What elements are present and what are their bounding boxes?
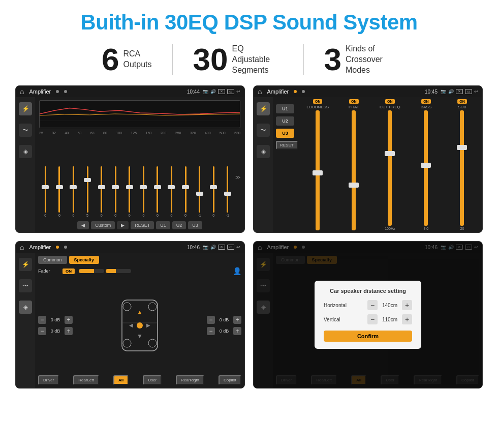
cross-phat-thumb[interactable] [349,183,359,188]
fader-rr-plus[interactable]: + [233,327,241,335]
eq-slider-2[interactable]: 0 [53,166,66,217]
fader-side-speaker-icon[interactable]: ◈ [19,301,32,314]
cross-loudness-slider[interactable] [316,110,320,230]
eq-back-icon[interactable]: ↩ [236,89,240,94]
cross-cutfreq-thumb[interactable] [385,151,395,156]
eq-thumb-3[interactable] [70,185,77,189]
fader-rearleft-button[interactable]: RearLeft [73,375,99,385]
eq-slider-12[interactable]: -1 [193,166,206,217]
fader-rearright-button[interactable]: RearRight [176,375,204,385]
fader-tab-common[interactable]: Common [38,256,67,264]
eq-thumb-11[interactable] [182,185,189,189]
eq-slider-14[interactable]: -1 [222,166,234,217]
dialog-vertical-minus[interactable]: − [367,314,378,324]
cross-sub-on[interactable]: ON [457,99,467,104]
cross-channels-area: ON LOUDNESS ON PHAT [301,99,479,230]
cross-u1-button[interactable]: U1 [276,104,294,113]
fader-fr-minus[interactable]: − [207,316,215,324]
eq-slider-3[interactable]: 0 [67,166,80,217]
cross-bass-on[interactable]: ON [421,99,431,104]
dialog-vertical-plus[interactable]: + [402,314,412,324]
fader-home-icon[interactable]: ⌂ [20,243,24,251]
cross-u2-button[interactable]: U2 [276,116,294,126]
eq-thumb-4[interactable] [84,178,91,182]
eq-u1-button[interactable]: U1 [156,221,170,229]
cross-home-icon[interactable]: ⌂ [258,87,262,96]
eq-thumb-13[interactable] [210,185,217,189]
fader-fl-plus[interactable]: + [65,316,73,324]
eq-thumb-7[interactable] [126,185,133,189]
cross-bass-thumb[interactable] [421,163,431,168]
cross-status-icons: 📷 🔊 ✕ ▭ ↩ [441,89,478,94]
fader-side-filter-icon[interactable]: ⚡ [19,258,32,271]
eq-thumb-1[interactable] [42,185,49,189]
eq-slider-8[interactable]: 0 [137,166,150,217]
fader-slider-h1[interactable] [79,269,104,273]
eq-slider-6[interactable]: 0 [109,166,122,217]
fader-rl-plus[interactable]: + [65,327,73,335]
fader-user-button[interactable]: User [143,375,162,385]
eq-home-icon[interactable]: ⌂ [20,87,24,96]
fader-driver-button[interactable]: Driver [38,375,59,385]
eq-slider-7[interactable]: 0 [123,166,136,217]
eq-slider-4[interactable]: 5 [81,166,94,217]
eq-slider-1[interactable]: 0 [39,166,52,217]
eq-side-wave-icon[interactable]: 〜 [19,124,32,137]
dialog-vertical-row: Vertical − 110cm + [324,314,412,324]
eq-custom-label[interactable]: Custom [91,221,115,229]
cross-side-filter-icon[interactable]: ⚡ [257,102,270,115]
eq-thumb-6[interactable] [112,185,119,189]
eq-slider-9[interactable]: 0 [151,166,164,217]
cross-reset-button[interactable]: RESET [276,141,298,150]
cross-sub-thumb[interactable] [457,145,467,150]
fader-rl-minus[interactable]: − [38,327,46,335]
fader-on-button[interactable]: ON [63,268,75,274]
fader-fl-minus[interactable]: − [38,316,46,324]
eq-u3-button[interactable]: U3 [188,221,202,229]
eq-thumb-5[interactable] [98,185,105,189]
cross-phat-slider[interactable] [352,110,356,230]
eq-play-button[interactable]: ▶ [117,221,129,229]
eq-side-speaker-icon[interactable]: ◈ [19,145,32,158]
eq-slider-11[interactable]: 0 [179,166,192,217]
cross-bass-slider[interactable] [424,110,428,226]
dialog-horizontal-minus[interactable]: − [367,300,378,310]
cross-loudness-on[interactable]: ON [313,99,323,104]
fader-side-wave-icon[interactable]: 〜 [19,279,32,292]
fader-back-icon[interactable]: ↩ [236,245,240,250]
cross-side-speaker-icon[interactable]: ◈ [257,145,270,158]
cross-sub-slider[interactable] [460,110,464,226]
fader-rr-minus[interactable]: − [207,327,215,335]
cross-u3-button[interactable]: U3 [276,129,294,138]
fader-vol-fr: − 0 dB + [207,316,241,324]
eq-thumb-2[interactable] [56,185,63,189]
cross-cutfreq-slider[interactable] [388,110,392,226]
fader-fr-plus[interactable]: + [233,316,241,324]
eq-prev-button[interactable]: ◀ [77,221,89,229]
fader-tab-specialty[interactable]: Specialty [69,256,100,264]
fader-all-button[interactable]: All [113,375,129,385]
eq-thumb-12[interactable] [196,192,203,196]
dialog-confirm-button[interactable]: Confirm [324,331,412,342]
cross-phat-on[interactable]: ON [349,99,359,104]
eq-slider-5[interactable]: 0 [95,166,108,217]
fader-slider-h2[interactable] [106,269,131,273]
eq-side-filter-icon[interactable]: ⚡ [19,102,32,115]
cross-ch-loudness-header: ON [313,99,323,104]
cross-back-icon[interactable]: ↩ [474,89,478,94]
eq-thumb-9[interactable] [154,185,161,189]
dialog-horizontal-plus[interactable]: + [402,300,412,310]
eq-reset-button[interactable]: RESET [131,221,154,229]
eq-slider-13[interactable]: 0 [207,166,220,217]
cross-cutfreq-on[interactable]: ON [385,99,395,104]
fader-copilot-button[interactable]: Copilot [219,375,241,385]
eq-u2-button[interactable]: U2 [172,221,186,229]
eq-thumb-8[interactable] [140,185,147,189]
eq-thumb-14[interactable] [224,192,231,196]
cross-loudness-thumb[interactable] [313,170,323,175]
eq-thumb-10[interactable] [168,185,175,189]
eq-forward-btn[interactable]: ≫ [235,174,240,180]
fader-sliders-h [79,269,131,273]
cross-side-wave-icon[interactable]: 〜 [257,124,270,137]
eq-slider-10[interactable]: 0 [165,166,178,217]
